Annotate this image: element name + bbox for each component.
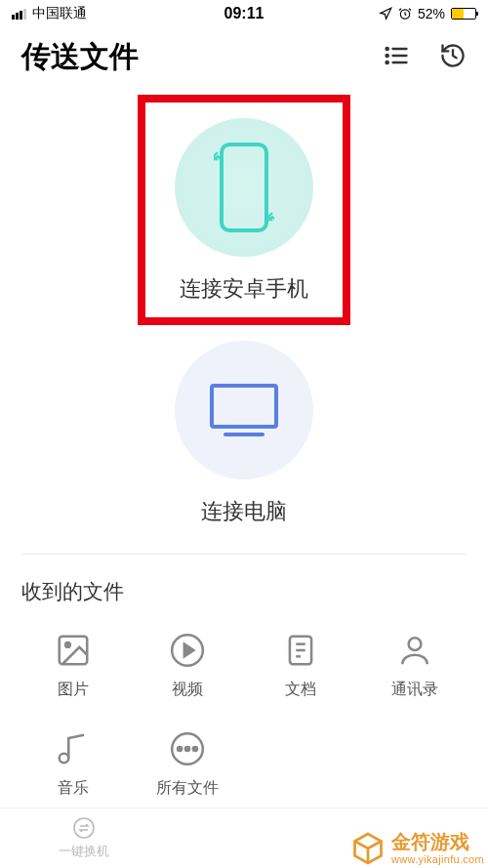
received-item-music[interactable]: 音乐: [21, 729, 126, 799]
watermark-en: www.yikajinfu.com: [391, 853, 484, 866]
page-title: 传送文件: [21, 37, 139, 77]
history-icon[interactable]: [439, 42, 467, 73]
svg-point-19: [60, 754, 69, 764]
header: 传送文件: [0, 27, 488, 87]
switch-phone-label: 一键换机: [59, 843, 109, 860]
received-item-docs[interactable]: 文档: [249, 631, 353, 700]
connection-options: 连接安卓手机 连接电脑: [0, 87, 488, 554]
svg-point-22: [185, 747, 189, 751]
grid-label: 音乐: [58, 778, 89, 799]
connect-pc-option[interactable]: 连接电脑: [175, 341, 313, 526]
connect-pc-label: 连接电脑: [201, 497, 287, 526]
received-item-contacts[interactable]: 通讯录: [363, 631, 468, 700]
status-bar: 中国联通 09:11 52%: [0, 0, 488, 27]
status-right: 52%: [379, 6, 476, 21]
received-item-videos[interactable]: 视频: [136, 631, 240, 700]
grid-label: 所有文件: [156, 778, 219, 799]
grid-label: 图片: [58, 680, 89, 700]
connect-android-label: 连接安卓手机: [180, 274, 308, 304]
battery-percent: 52%: [418, 6, 445, 21]
alarm-icon: [398, 7, 412, 21]
swap-icon: [72, 816, 96, 840]
svg-point-1: [386, 47, 388, 49]
watermark-cn: 金符游戏: [391, 831, 469, 853]
svg-rect-7: [222, 145, 266, 230]
svg-point-23: [193, 747, 197, 751]
location-icon: [379, 7, 392, 21]
svg-point-18: [408, 638, 421, 650]
received-item-pictures[interactable]: 图片: [21, 631, 126, 700]
phone-icon: [214, 139, 274, 236]
more-icon: [168, 729, 207, 768]
battery-icon: [451, 8, 476, 20]
document-icon: [281, 631, 320, 670]
cube-icon: [350, 831, 386, 866]
header-actions: [383, 42, 467, 73]
pc-circle: [175, 341, 313, 479]
received-section-title: 收到的文件: [0, 555, 488, 631]
android-circle: [175, 118, 313, 257]
switch-phone-button[interactable]: 一键换机: [59, 816, 109, 860]
connect-android-option[interactable]: 连接安卓手机: [138, 95, 350, 325]
svg-point-21: [178, 747, 182, 751]
clock: 09:11: [224, 5, 264, 22]
svg-point-5: [386, 61, 388, 62]
grid-label: 视频: [172, 680, 203, 700]
music-icon: [54, 729, 93, 768]
received-item-allfiles[interactable]: 所有文件: [136, 729, 240, 799]
signal-icon: [12, 9, 26, 20]
svg-point-24: [74, 818, 94, 838]
list-icon[interactable]: [383, 42, 410, 73]
svg-marker-13: [184, 644, 194, 657]
monitor-icon: [206, 380, 282, 440]
carrier-label: 中国联通: [32, 5, 87, 22]
watermark: 金符游戏 www.yikajinfu.com: [350, 831, 484, 866]
contacts-icon: [395, 631, 434, 670]
video-icon: [168, 631, 207, 670]
svg-rect-8: [212, 386, 276, 427]
grid-label: 文档: [285, 680, 316, 700]
svg-point-11: [65, 642, 70, 647]
grid-label: 通讯录: [391, 680, 438, 700]
svg-point-3: [386, 54, 388, 56]
received-grid: 图片 视频 文档 通讯录 音乐 所有文件: [0, 631, 488, 799]
status-left: 中国联通: [12, 5, 87, 22]
image-icon: [54, 631, 93, 670]
